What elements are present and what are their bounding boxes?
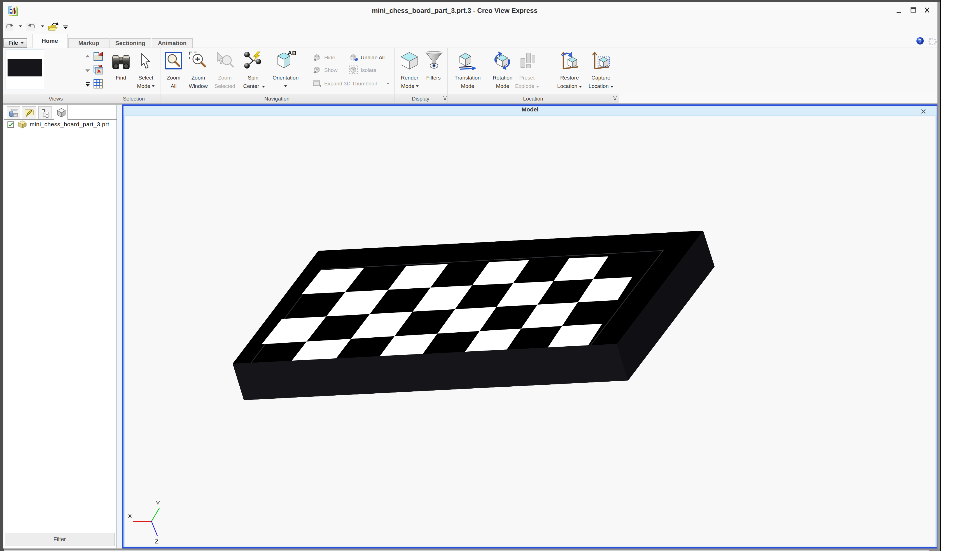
svg-text:?: ? xyxy=(919,38,922,44)
svg-text:AB: AB xyxy=(288,50,296,57)
